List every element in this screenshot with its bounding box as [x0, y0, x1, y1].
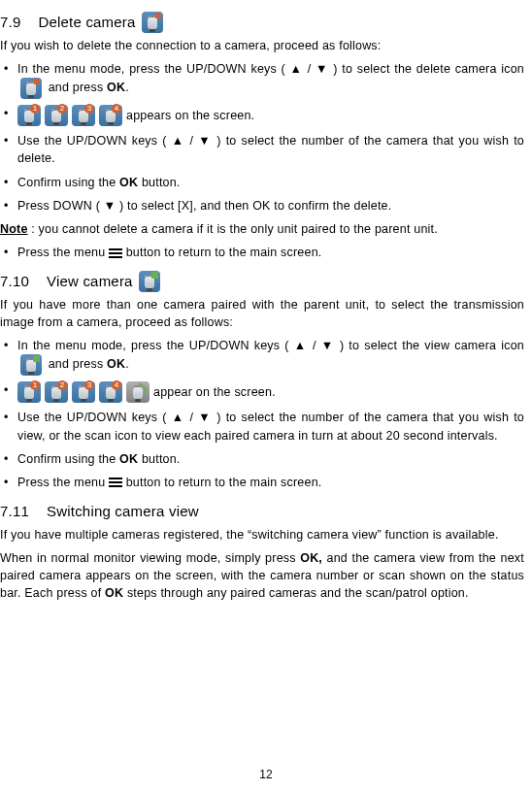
badge: 4	[112, 380, 121, 390]
camera-number-icons: 1 2 3 4	[17, 381, 150, 403]
list-7-9: In the menu mode, press the UP/DOWN keys…	[0, 60, 524, 214]
camera-1-icon: 1	[17, 381, 41, 403]
ok-label: OK,	[300, 551, 322, 565]
delete-camera-icon	[142, 12, 163, 33]
badge: 4	[112, 104, 121, 114]
note-label: Note	[0, 222, 28, 236]
intro-7-10: If you have more than one camera paired …	[0, 296, 524, 331]
text: Press the menu	[17, 246, 105, 259]
note-text: : you cannot delete a camera if it is th…	[28, 222, 438, 236]
badge: 2	[57, 104, 67, 114]
intro-7-9: If you wish to delete the connection to …	[0, 37, 524, 54]
camera-1-icon: 1	[17, 105, 41, 126]
badge: 1	[30, 380, 40, 390]
list-item: Confirm using the OK button.	[0, 450, 524, 468]
text: button to return to the main screen.	[126, 246, 322, 259]
heading-7-9: 7.9 Delete camera	[0, 12, 524, 33]
list-item: Press the menu button to return to the m…	[0, 244, 524, 261]
text: .	[125, 358, 129, 372]
camera-2-icon: 2	[45, 381, 68, 403]
text: appear on the screen.	[153, 383, 276, 401]
badge: 3	[84, 380, 94, 390]
menu-icon	[109, 248, 122, 258]
text: button to return to the main screen.	[126, 476, 322, 489]
p1-7-11: If you have multiple cameras registered,…	[0, 526, 524, 544]
camera-4-icon: 4	[99, 381, 122, 403]
list-item: In the menu mode, press the UP/DOWN keys…	[0, 337, 524, 376]
scan-icon	[126, 381, 150, 403]
camera-2-icon: 2	[45, 105, 68, 126]
text: Press the menu	[17, 476, 105, 489]
text: When in normal monitor viewing mode, sim…	[0, 551, 296, 565]
text: button.	[142, 452, 181, 466]
ok-label: OK	[119, 176, 138, 189]
heading-title: Switching camera view	[47, 501, 199, 522]
text: Confirm using the	[17, 176, 116, 189]
text: appears on the screen.	[126, 107, 254, 124]
menu-icon	[109, 478, 122, 487]
view-camera-icon	[139, 271, 160, 292]
ok-label: OK	[107, 358, 125, 372]
page-number: 12	[0, 767, 532, 783]
heading-7-10: 7.10 View camera	[0, 271, 524, 292]
text: and press	[49, 358, 104, 372]
heading-7-11: 7.11 Switching camera view	[0, 501, 524, 522]
list-item: 1 2 3 4 appears on the screen.	[0, 105, 524, 126]
heading-number: 7.11	[0, 501, 29, 522]
badge: 3	[84, 104, 94, 114]
text: In the menu mode, press the UP/DOWN keys…	[17, 339, 524, 352]
p2-7-11: When in normal monitor viewing mode, sim…	[0, 549, 524, 602]
list-item: Use the UP/DOWN keys ( ▲ / ▼ ) to select…	[0, 409, 524, 444]
list-item: 1 2 3 4 appear on the screen.	[0, 381, 524, 403]
badge: 2	[57, 380, 67, 390]
view-camera-icon	[20, 354, 42, 376]
badge: 1	[30, 104, 40, 114]
list-7-10: In the menu mode, press the UP/DOWN keys…	[0, 337, 524, 491]
camera-number-icons: 1 2 3 4	[17, 105, 122, 126]
text: and press	[49, 82, 104, 95]
heading-number: 7.10	[0, 271, 29, 292]
text: .	[125, 82, 129, 95]
text: button.	[142, 176, 181, 189]
note-7-9: Note : you cannot delete a camera if it …	[0, 220, 524, 238]
camera-3-icon: 3	[72, 105, 95, 126]
ok-label: OK	[105, 586, 123, 600]
text: In the menu mode, press the UP/DOWN keys…	[17, 62, 524, 76]
list-item: Press the menu button to return to the m…	[0, 474, 524, 491]
list-7-9b: Press the menu button to return to the m…	[0, 244, 524, 261]
heading-title: Delete camera	[38, 12, 135, 33]
ok-label: OK	[119, 452, 138, 466]
heading-number: 7.9	[0, 12, 20, 33]
text: steps through any paired cameras and the…	[127, 586, 469, 600]
camera-4-icon: 4	[99, 105, 122, 126]
ok-label: OK	[107, 82, 125, 95]
heading-title: View camera	[47, 271, 133, 292]
list-item: Confirm using the OK button.	[0, 174, 524, 191]
text: Confirm using the	[17, 452, 116, 466]
list-item: Press DOWN ( ▼ ) to select [X], and then…	[0, 197, 524, 214]
list-item: Use the UP/DOWN keys ( ▲ / ▼ ) to select…	[0, 132, 524, 167]
camera-3-icon: 3	[72, 381, 95, 403]
delete-camera-icon	[20, 78, 42, 99]
list-item: In the menu mode, press the UP/DOWN keys…	[0, 60, 524, 99]
